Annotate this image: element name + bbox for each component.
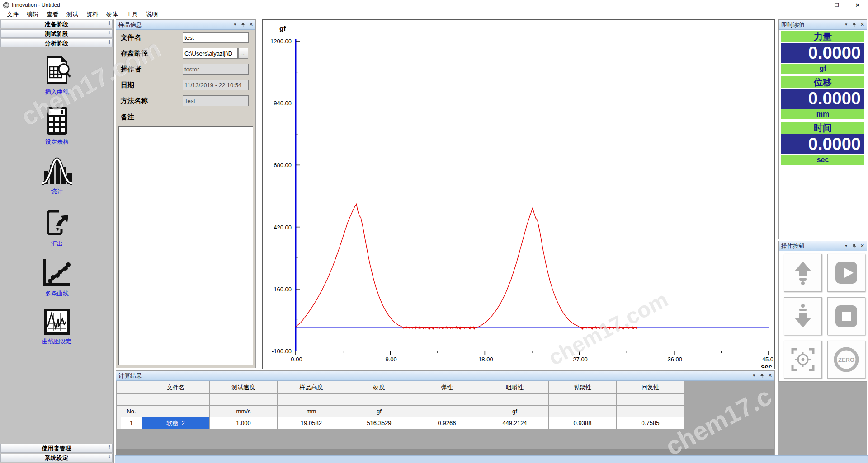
cell-sample-height[interactable]: 19.0582 <box>278 417 345 429</box>
cell-chewiness[interactable]: 449.2124 <box>481 417 549 429</box>
action-buttons-panel: 操作按钮 ▼ ✕ <box>778 241 867 382</box>
sidebar-item-system-settings[interactable]: 系统设定⁞ <box>0 454 113 462</box>
pin-icon[interactable] <box>852 22 857 28</box>
menu-hardware[interactable]: 硬体 <box>102 10 122 19</box>
results-panel: 计算结果 ▼ ✕ 文件名 测试速度 样品高度 硬度 弹性 咀嚼性 黏聚性 回复 <box>116 370 775 455</box>
sidebar: 准备阶段⁞ 测试阶段⁞ 分析阶段⁞ 插入曲线 <box>0 19 114 463</box>
method-name-input <box>183 95 249 106</box>
panel-close-icon[interactable]: ✕ <box>860 243 864 249</box>
bottom-dock-strip <box>115 455 868 463</box>
results-table[interactable]: 文件名 测试速度 样品高度 硬度 弹性 咀嚼性 黏聚性 回复性 No. mm/s… <box>116 381 684 429</box>
panel-menu-icon[interactable]: ▼ <box>844 244 848 248</box>
svg-text:940.00: 940.00 <box>274 100 292 107</box>
menu-file[interactable]: 文件 <box>3 10 23 19</box>
statistics-icon <box>41 157 73 185</box>
menu-data[interactable]: 资料 <box>82 10 102 19</box>
maximize-button[interactable]: ❐ <box>826 0 847 10</box>
pin-icon[interactable] <box>852 243 857 249</box>
filename-label: 文件名 <box>116 33 183 42</box>
stage-label: 测试阶段 <box>45 30 68 38</box>
stage-label: 系统设定 <box>45 454 68 462</box>
force-time-chart[interactable]: 1200.00940.00680.00420.00160.00-100.000.… <box>264 21 773 368</box>
run-button[interactable] <box>827 254 865 292</box>
method-name-label: 方法名称 <box>116 97 183 105</box>
cell-test-speed[interactable]: 1.000 <box>210 417 278 429</box>
menu-test[interactable]: 测试 <box>62 10 82 19</box>
minimize-button[interactable]: ─ <box>806 0 826 10</box>
svg-text:-100.00: -100.00 <box>272 348 292 355</box>
zero-button[interactable]: ZERO <box>827 341 865 379</box>
svg-text:gf: gf <box>279 24 286 32</box>
jog-up-icon <box>790 260 816 286</box>
readings-header: 即时读值 ▼ ✕ <box>779 20 867 30</box>
jog-down-button[interactable] <box>784 297 822 335</box>
filename-input[interactable] <box>183 32 249 43</box>
target-button[interactable] <box>784 341 822 379</box>
time-unit: sec <box>781 155 864 165</box>
force-unit: gf <box>781 64 864 74</box>
stop-button[interactable] <box>827 297 865 335</box>
svg-text:0.00: 0.00 <box>291 356 302 363</box>
sidebar-item-prepare-stage[interactable]: 准备阶段⁞ <box>0 20 113 28</box>
menu-tools[interactable]: 工具 <box>122 10 142 19</box>
app-icon <box>3 2 9 9</box>
sidebar-item-analysis-stage[interactable]: 分析阶段⁞ <box>0 39 113 47</box>
sidebar-item-statistics[interactable]: 统计 <box>0 157 114 196</box>
sidebar-item-test-stage[interactable]: 测试阶段⁞ <box>0 29 113 38</box>
sidebar-item-export[interactable]: 汇出 <box>0 209 114 248</box>
cell-resilience[interactable]: 0.7585 <box>617 417 684 429</box>
svg-text:9.00: 9.00 <box>386 356 397 363</box>
sidebar-item-curve-settings[interactable]: 曲线图设定 <box>0 308 114 346</box>
pin-icon[interactable] <box>760 373 764 379</box>
jog-up-button[interactable] <box>784 254 822 292</box>
svg-text:18.00: 18.00 <box>478 356 493 363</box>
cell-springiness[interactable]: 0.9266 <box>413 417 481 429</box>
force-reading: 力量 0.0000 gf <box>781 31 864 74</box>
stop-icon <box>833 303 859 329</box>
sidebar-item-insert-curve[interactable]: 插入曲线 <box>0 55 114 96</box>
results-header: 计算结果 ▼ ✕ <box>116 371 774 381</box>
close-button[interactable]: ✕ <box>847 0 868 10</box>
cell-hardness[interactable]: 516.3529 <box>345 417 413 429</box>
svg-text:27.00: 27.00 <box>573 356 588 363</box>
chart-panel: 1200.00940.00680.00420.00160.00-100.000.… <box>262 19 775 369</box>
browse-button[interactable]: ... <box>238 48 248 59</box>
col-cohesiveness: 黏聚性 <box>549 381 617 394</box>
tool-label: 曲线图设定 <box>42 337 72 346</box>
panel-close-icon[interactable]: ✕ <box>768 373 772 379</box>
col-chewiness: 咀嚼性 <box>481 381 549 394</box>
sidebar-item-user-management[interactable]: 使用者管理⁞ <box>0 444 113 453</box>
save-path-input[interactable] <box>183 48 238 59</box>
save-path-label: 存盘路径 <box>116 49 183 58</box>
force-label: 力量 <box>781 31 864 42</box>
row-number: 1 <box>121 417 142 429</box>
menu-help[interactable]: 说明 <box>142 10 162 19</box>
grip-icon: ⁞ <box>108 40 110 44</box>
panel-close-icon[interactable]: ✕ <box>860 22 864 28</box>
col-filename: 文件名 <box>142 381 210 394</box>
set-table-icon <box>44 106 70 136</box>
pin-icon[interactable] <box>241 22 245 28</box>
displacement-unit: mm <box>781 109 864 119</box>
svg-text:36.00: 36.00 <box>668 356 683 363</box>
sidebar-item-multi-curve[interactable]: 多条曲线 <box>0 258 114 298</box>
time-value: 0.0000 <box>781 134 864 154</box>
results-footer <box>116 449 774 455</box>
cell-cohesiveness[interactable]: 0.9388 <box>549 417 617 429</box>
sidebar-item-set-table[interactable]: 设定表格 <box>0 106 114 146</box>
memo-textarea[interactable] <box>118 126 253 365</box>
panel-menu-icon[interactable]: ▼ <box>844 23 848 27</box>
action-body: ZERO <box>779 251 867 381</box>
cell-filename[interactable]: 软糖_2 <box>142 417 210 429</box>
panel-close-icon[interactable]: ✕ <box>249 22 253 28</box>
multi-curve-icon <box>42 258 72 287</box>
operator-input <box>183 64 249 75</box>
panel-title: 计算结果 <box>118 372 752 380</box>
panel-menu-icon[interactable]: ▼ <box>233 23 237 27</box>
menu-edit[interactable]: 编辑 <box>23 10 42 19</box>
panel-menu-icon[interactable]: ▼ <box>752 374 756 378</box>
menu-view[interactable]: 查看 <box>42 10 62 19</box>
force-value: 0.0000 <box>781 43 864 63</box>
zero-icon: ZERO <box>832 346 860 374</box>
table-row[interactable]: 1 软糖_2 1.000 19.0582 516.3529 0.9266 449… <box>117 417 684 429</box>
